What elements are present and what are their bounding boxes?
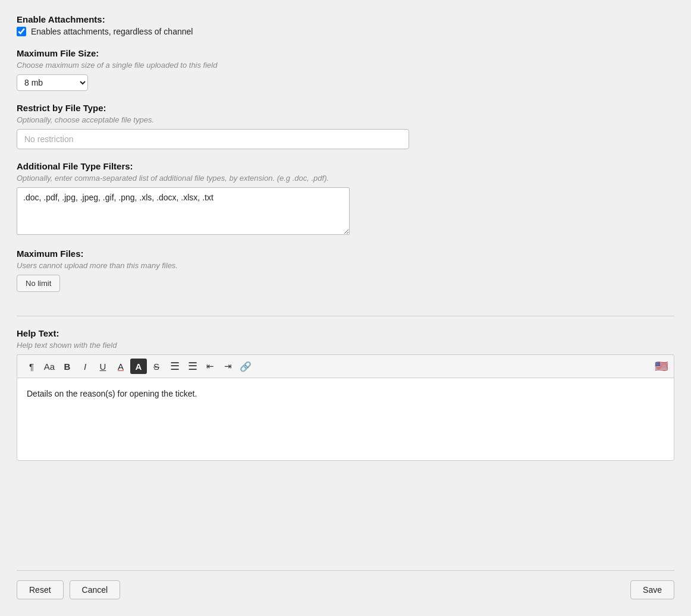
rich-text-editor-container: ¶ Aa B I U A A <box>17 354 674 461</box>
no-limit-button[interactable]: No limit <box>17 275 60 292</box>
bullet-list-button[interactable]: ☰ <box>166 359 183 374</box>
enable-attachments-label: Enable Attachments: <box>17 14 674 24</box>
max-file-size-hint: Choose maximum size of a single file upl… <box>17 61 674 70</box>
enable-attachments-checkbox[interactable] <box>17 27 26 36</box>
max-files-section: Maximum Files: Users cannot upload more … <box>17 249 674 292</box>
highlight-button[interactable]: A <box>130 359 147 374</box>
underline-button[interactable]: U <box>95 359 111 374</box>
max-files-hint: Users cannot upload more than this many … <box>17 261 674 270</box>
help-text-content: Details on the reason(s) for opening the… <box>27 389 197 398</box>
italic-button[interactable]: I <box>77 359 93 374</box>
enable-attachments-section: Enable Attachments: Enables attachments,… <box>17 14 674 36</box>
additional-filters-hint: Optionally, enter comma-separated list o… <box>17 174 674 183</box>
help-text-section: Help Text: Help text shown with the fiel… <box>17 328 674 461</box>
strikethrough-icon: S <box>153 362 159 372</box>
underline-icon: U <box>100 362 106 372</box>
font-color-icon: A <box>118 362 124 372</box>
ordered-list-icon: ☰ <box>188 360 197 373</box>
additional-filters-label: Additional File Type Filters: <box>17 161 674 171</box>
help-text-editor[interactable]: Details on the reason(s) for opening the… <box>17 378 674 461</box>
link-button[interactable]: 🔗 <box>237 359 254 374</box>
max-file-size-label: Maximum File Size: <box>17 48 674 58</box>
font-color-button[interactable]: A <box>112 359 129 374</box>
strikethrough-button[interactable]: S <box>148 359 165 374</box>
paragraph-icon: ¶ <box>29 362 34 372</box>
italic-icon: I <box>84 362 86 372</box>
flag-icon: 🇺🇸 <box>655 360 668 373</box>
indent-icon: ⇥ <box>224 361 232 372</box>
additional-filters-section: Additional File Type Filters: Optionally… <box>17 161 674 237</box>
footer-bar: Reset Cancel Save <box>17 570 674 602</box>
outdent-button[interactable]: ⇤ <box>202 359 218 374</box>
ordered-list-button[interactable]: ☰ <box>184 359 200 374</box>
restrict-file-type-input[interactable] <box>17 129 409 149</box>
max-files-label: Maximum Files: <box>17 249 674 259</box>
language-flag-button[interactable]: 🇺🇸 <box>655 360 668 373</box>
enable-attachments-row: Enables attachments, regardless of chann… <box>17 27 674 36</box>
link-icon: 🔗 <box>240 361 252 372</box>
font-icon: Aa <box>44 362 55 372</box>
footer-left-buttons: Reset Cancel <box>17 580 120 599</box>
help-text-hint: Help text shown with the field <box>17 341 674 350</box>
font-button[interactable]: Aa <box>41 359 58 374</box>
bold-icon: B <box>64 362 71 372</box>
restrict-file-type-section: Restrict by File Type: Optionally, choos… <box>17 103 674 149</box>
paragraph-button[interactable]: ¶ <box>23 359 40 374</box>
restrict-file-type-label: Restrict by File Type: <box>17 103 674 113</box>
section-divider <box>17 316 674 316</box>
reset-button[interactable]: Reset <box>17 580 64 599</box>
indent-button[interactable]: ⇥ <box>219 359 236 374</box>
highlight-icon: A <box>136 362 142 372</box>
max-file-size-section: Maximum File Size: Choose maximum size o… <box>17 48 674 91</box>
bold-button[interactable]: B <box>59 359 76 374</box>
cancel-button[interactable]: Cancel <box>70 580 121 599</box>
settings-form: Enable Attachments: Enables attachments,… <box>0 0 691 616</box>
rich-text-toolbar: ¶ Aa B I U A A <box>17 354 674 378</box>
restrict-file-type-hint: Optionally, choose acceptable file types… <box>17 115 674 124</box>
outdent-icon: ⇤ <box>206 361 214 372</box>
enable-attachments-checkbox-label: Enables attachments, regardless of chann… <box>31 27 193 36</box>
additional-filters-textarea[interactable]: .doc, .pdf, .jpg, .jpeg, .gif, .png, .xl… <box>17 187 350 235</box>
max-file-size-select[interactable]: 1 mb 2 mb 4 mb 8 mb 16 mb 32 mb 64 mb <box>17 74 88 91</box>
save-button[interactable]: Save <box>630 580 674 599</box>
help-text-label: Help Text: <box>17 328 674 338</box>
bullet-list-icon: ☰ <box>170 360 179 373</box>
